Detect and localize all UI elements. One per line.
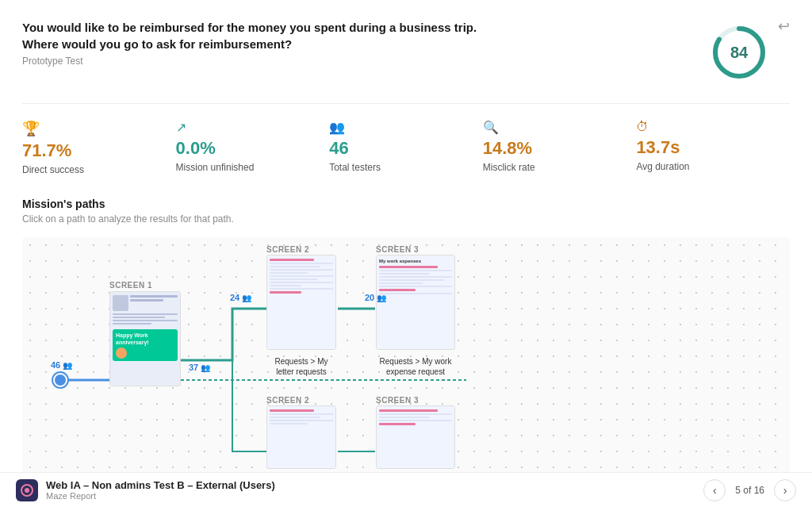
- screen3b-card[interactable]: [376, 405, 455, 469]
- footer-nav: ‹ 5 of 16 ›: [703, 479, 796, 501]
- footer-prev-button[interactable]: ‹: [703, 479, 726, 501]
- header-area: You would like to be reimbursed for the …: [22, 19, 790, 81]
- start-dot: [53, 373, 67, 387]
- badge-46-icon: 👥: [63, 361, 72, 370]
- footer-title: Web IA – Non admins Test B – External (U…: [46, 479, 275, 491]
- question-subtitle: Prototype Test: [22, 56, 477, 67]
- badge-20: 20 👥: [365, 293, 386, 302]
- paths-title: Mission's paths: [22, 198, 790, 210]
- footer-page-indicator: 5 of 16: [735, 485, 764, 496]
- screen2a-card[interactable]: [266, 255, 336, 350]
- badge-37-value: 37: [189, 363, 198, 372]
- metric-testers-value: 46: [329, 138, 467, 159]
- screen2b-card[interactable]: [266, 405, 336, 469]
- duration-icon: ⏱: [636, 120, 774, 134]
- badge-20-value: 20: [365, 293, 374, 302]
- question-block: You would like to be reimbursed for the …: [22, 19, 477, 67]
- trophy-icon: 🏆: [22, 120, 160, 137]
- metric-success-value: 71.7%: [22, 140, 160, 161]
- footer-subtitle: Maze Report: [46, 491, 275, 501]
- metric-unfinished-value: 0.0%: [176, 138, 314, 159]
- footer: Web IA – Non admins Test B – External (U…: [0, 472, 812, 507]
- screen3b-label: SCREEN 3: [376, 396, 419, 405]
- screen1-label: SCREEN 1: [109, 281, 152, 290]
- question-text: You would like to be reimbursed for the …: [22, 19, 477, 52]
- badge-37-icon: 👥: [201, 363, 210, 372]
- badge-24-icon: 👥: [242, 294, 251, 302]
- metric-duration-value: 13.7s: [636, 137, 774, 158]
- testers-icon: 👥: [329, 120, 467, 135]
- badge-37: 37 👥: [189, 363, 210, 372]
- paths-subtitle: Click on a path to analyze the results f…: [22, 213, 790, 225]
- metric-misclick-value: 14.8%: [483, 138, 621, 159]
- unfinished-icon: ↗: [176, 120, 314, 135]
- score-value: 84: [730, 44, 748, 62]
- footer-text-block: Web IA – Non admins Test B – External (U…: [46, 479, 275, 501]
- maze-logo-icon: [21, 484, 33, 497]
- badge-46-value: 46: [51, 360, 60, 370]
- badge-24: 24 👥: [230, 293, 251, 302]
- badge-24-value: 24: [230, 293, 239, 302]
- screen3a-card[interactable]: My work expenses: [376, 255, 455, 350]
- metric-success-label: Direct success: [22, 164, 160, 175]
- screen2b-label: SCREEN 2: [266, 396, 309, 405]
- main-content: ↩ You would like to be reimbursed for th…: [0, 0, 812, 472]
- path-label-letter: Requests > My letter requests: [266, 356, 336, 377]
- footer-next-button[interactable]: ›: [774, 479, 796, 501]
- metric-duration-label: Avg duration: [636, 161, 774, 172]
- score-circle: 84: [710, 24, 768, 81]
- metric-unfinished-label: Mission unfinished: [176, 162, 314, 173]
- badge-20-icon: 👥: [377, 294, 386, 302]
- badge-46: 46 👥: [51, 360, 72, 370]
- metric-testers-label: Total testers: [329, 162, 467, 173]
- screen2a-label: SCREEN 2: [266, 245, 309, 254]
- metric-misclick: 🔍 14.8% Misclick rate: [483, 120, 637, 175]
- metric-testers: 👥 46 Total testers: [329, 120, 483, 175]
- metric-duration: ⏱ 13.7s Avg duration: [636, 120, 790, 175]
- metric-misclick-label: Misclick rate: [483, 162, 621, 173]
- metrics-row: 🏆 71.7% Direct success ↗ 0.0% Mission un…: [22, 103, 790, 175]
- paths-section: Mission's paths Click on a path to analy…: [22, 198, 790, 472]
- screen1-card[interactable]: Happy Workanniversary!: [109, 291, 181, 386]
- screen3a-label: SCREEN 3: [376, 245, 419, 254]
- footer-logo: [16, 479, 38, 501]
- misclick-icon: 🔍: [483, 120, 621, 135]
- back-button[interactable]: ↩: [778, 17, 790, 35]
- metric-direct-success: 🏆 71.7% Direct success: [22, 120, 176, 175]
- metric-unfinished: ↗ 0.0% Mission unfinished: [176, 120, 330, 175]
- footer-left: Web IA – Non admins Test B – External (U…: [16, 479, 275, 501]
- paths-diagram[interactable]: SCREEN 1: [22, 237, 790, 472]
- path-label-expense: Requests > My work expense request: [376, 356, 455, 377]
